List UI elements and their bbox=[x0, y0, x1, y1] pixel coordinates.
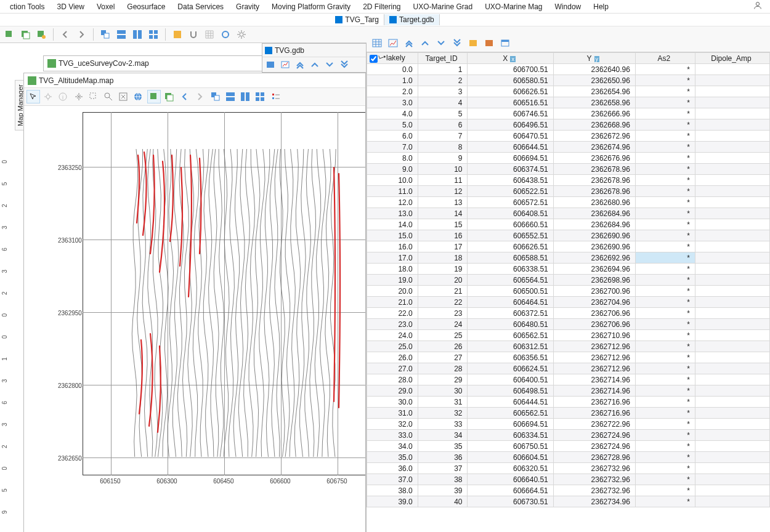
select-all-checkbox[interactable] bbox=[370, 55, 378, 63]
table-row[interactable]: 1.02606580.512362650.96* bbox=[367, 75, 770, 86]
table-row[interactable]: 12.013606572.512362680.96* bbox=[367, 197, 770, 208]
table-row[interactable]: 39.040606730.512362734.96* bbox=[367, 496, 770, 507]
window-cascade-button[interactable] bbox=[99, 28, 112, 41]
window-tile-grid-button[interactable] bbox=[147, 28, 160, 41]
crosshair-icon[interactable] bbox=[41, 90, 55, 103]
chevron-down-icon[interactable] bbox=[323, 58, 336, 71]
first-record-icon[interactable] bbox=[402, 36, 416, 50]
chevron-down-all-icon[interactable] bbox=[338, 58, 351, 71]
table-row[interactable]: 17.018606588.512362692.96* bbox=[367, 252, 770, 264]
float-gdb-header[interactable]: TVG.gdb bbox=[262, 44, 366, 57]
toolbar-button[interactable] bbox=[2, 28, 16, 41]
table-row[interactable]: 8.09606694.512362676.96* bbox=[367, 153, 770, 164]
window-tile-v-button[interactable] bbox=[238, 90, 252, 103]
table-row[interactable]: 23.024606480.512362706.96* bbox=[367, 319, 770, 330]
table-row[interactable]: 15.016606552.512362690.96* bbox=[367, 230, 770, 241]
prev-record-icon[interactable] bbox=[418, 36, 432, 50]
table-row[interactable]: 0.01606700.512362640.96* bbox=[367, 64, 770, 75]
toolbar-button[interactable] bbox=[171, 28, 184, 41]
last-record-icon[interactable] bbox=[450, 36, 464, 50]
table-row[interactable]: 6.07606470.512362672.96* bbox=[367, 131, 770, 142]
menu-item[interactable]: Help bbox=[587, 1, 615, 12]
table-row[interactable]: 25.026606312.512362712.96* bbox=[367, 341, 770, 352]
table-row[interactable]: 30.031606444.512362716.96* bbox=[367, 397, 770, 408]
table-view-icon[interactable] bbox=[466, 36, 480, 50]
table-view-icon[interactable] bbox=[482, 36, 496, 50]
menu-item[interactable]: UXO-Marine Grad bbox=[407, 1, 479, 12]
table-row[interactable]: 28.029606400.512362714.96* bbox=[367, 374, 770, 385]
menu-item[interactable]: Window bbox=[549, 1, 588, 12]
pan-icon[interactable] bbox=[72, 90, 86, 103]
toolbar-button[interactable] bbox=[264, 58, 277, 71]
window-tile-h-button[interactable] bbox=[115, 28, 128, 41]
magnet-icon[interactable] bbox=[187, 28, 200, 41]
col-header-dipole-amp[interactable]: Dipole_Amp bbox=[695, 53, 769, 64]
table-row[interactable]: 13.014606408.512362684.96* bbox=[367, 208, 770, 219]
doc-tab-target-gdb[interactable]: Target.gdb bbox=[384, 14, 440, 25]
table-row[interactable]: 21.022606464.512362704.96* bbox=[367, 297, 770, 308]
table-row[interactable]: 31.032606562.512362716.96* bbox=[367, 408, 770, 419]
col-header-as2[interactable]: As2 bbox=[635, 53, 695, 64]
nav-forward-button[interactable] bbox=[193, 90, 206, 103]
nav-back-button[interactable] bbox=[178, 90, 192, 103]
map-tab-header[interactable]: TVG_AltitudeMap.map bbox=[24, 73, 365, 88]
table-row[interactable]: 36.037606320.512362732.96* bbox=[367, 463, 770, 474]
table-row[interactable]: 4.05606746.512362666.96* bbox=[367, 108, 770, 119]
table-row[interactable]: 20.021606500.512362700.96* bbox=[367, 286, 770, 297]
info-icon[interactable]: i bbox=[56, 90, 70, 103]
menu-item[interactable]: ction Tools bbox=[4, 1, 51, 12]
nav-back-button[interactable] bbox=[59, 28, 72, 41]
table-view-icon[interactable] bbox=[498, 36, 512, 50]
menu-item[interactable]: Data Services bbox=[171, 1, 230, 12]
col-header-x[interactable]: Xx bbox=[468, 53, 553, 64]
table-row[interactable]: 7.08606644.512362674.96* bbox=[367, 142, 770, 153]
menu-item[interactable]: Voxel bbox=[91, 1, 121, 12]
table-row[interactable]: 27.028606624.512362712.96* bbox=[367, 363, 770, 374]
table-row[interactable]: 26.027606356.512362712.96* bbox=[367, 352, 770, 363]
map-layers-button[interactable] bbox=[162, 90, 176, 103]
table-row[interactable]: 38.039606664.512362732.96* bbox=[367, 485, 770, 496]
pointer-icon[interactable] bbox=[26, 90, 40, 103]
toolbar-button[interactable] bbox=[34, 28, 48, 41]
col-header-lakely[interactable]: ⮡lakely bbox=[367, 53, 418, 64]
next-record-icon[interactable] bbox=[434, 36, 448, 50]
table-row[interactable]: 37.038606640.512362732.96* bbox=[367, 474, 770, 485]
table-row[interactable]: 10.011606438.512362678.96* bbox=[367, 175, 770, 186]
table-row[interactable]: 29.030606498.512362714.96* bbox=[367, 385, 770, 397]
table-row[interactable]: 22.023606372.512362706.96* bbox=[367, 308, 770, 319]
toolbar-button[interactable] bbox=[18, 28, 32, 41]
table-row[interactable]: 2.03606626.512362654.96* bbox=[367, 86, 770, 97]
table-row[interactable]: 19.020606564.512362698.96* bbox=[367, 275, 770, 286]
table-row[interactable]: 5.06606496.512362668.96* bbox=[367, 119, 770, 131]
chevron-up-all-icon[interactable] bbox=[293, 58, 307, 71]
menu-item[interactable]: UXO-Marine Mag bbox=[479, 1, 548, 12]
user-icon[interactable] bbox=[753, 1, 766, 12]
legend-icon[interactable] bbox=[269, 90, 283, 103]
table-row[interactable]: 9.010606374.512362678.96* bbox=[367, 164, 770, 175]
window-tile-v-button[interactable] bbox=[131, 28, 144, 41]
table-row[interactable]: 24.025606562.512362710.96* bbox=[367, 330, 770, 341]
menu-item[interactable]: Gravity bbox=[230, 1, 265, 12]
table-row[interactable]: 16.017606626.512362690.96* bbox=[367, 241, 770, 252]
table-row[interactable]: 3.04606516.512362658.96* bbox=[367, 97, 770, 108]
table-row[interactable]: 35.036606604.512362728.96* bbox=[367, 452, 770, 463]
table-row[interactable]: 33.034606334.512362724.96* bbox=[367, 430, 770, 441]
float-gdb-window[interactable]: TVG.gdb bbox=[262, 43, 367, 73]
table-row[interactable]: 14.015606660.512362684.96* bbox=[367, 219, 770, 230]
window-tile-h-button[interactable] bbox=[224, 90, 237, 103]
map-show-button[interactable] bbox=[147, 90, 161, 103]
toolbar-button[interactable] bbox=[219, 28, 232, 41]
nav-forward-button[interactable] bbox=[75, 28, 88, 41]
grid-icon[interactable] bbox=[203, 28, 216, 41]
settings-icon[interactable] bbox=[235, 28, 248, 41]
menu-item[interactable]: Moving Platform Gravity bbox=[265, 1, 357, 12]
table-row[interactable]: 32.033606694.512362722.96* bbox=[367, 419, 770, 430]
zoom-icon[interactable] bbox=[102, 90, 115, 103]
table-row[interactable]: 34.035606750.512362724.96* bbox=[367, 441, 770, 452]
table-row[interactable]: 18.019606338.512362694.96* bbox=[367, 264, 770, 275]
zoom-extent-icon[interactable] bbox=[116, 90, 130, 103]
menu-item[interactable]: 2D Filtering bbox=[357, 1, 407, 12]
data-grid[interactable]: ⮡lakely Target_ID Xx Yy As2 Dipole_Amp 0… bbox=[367, 52, 770, 532]
doc-tab-tvg-targ[interactable]: TVG_Targ bbox=[330, 14, 384, 25]
table-chart-icon[interactable] bbox=[386, 36, 400, 50]
